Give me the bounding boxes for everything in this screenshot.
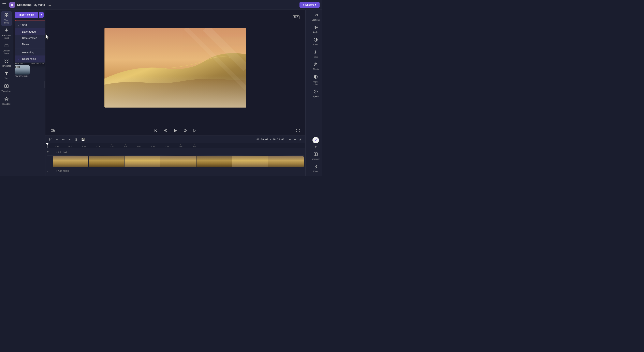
app-name: Clipchamp <box>17 3 32 6</box>
right-collapse-button[interactable]: › <box>305 10 309 176</box>
help-icon: ? <box>314 138 317 142</box>
sort-label-date-added: Date added <box>22 30 36 33</box>
export-arrow-icon: ↑ <box>303 3 304 6</box>
import-media-button[interactable]: Import media <box>14 12 38 18</box>
audio-label: Audio <box>313 31 318 34</box>
sidebar-item-your-media[interactable]: Your media <box>1 11 12 26</box>
your-media-icon <box>4 13 9 18</box>
text-track-label: T <box>47 151 52 154</box>
video-clip-1[interactable] <box>53 156 88 167</box>
sidebar-item-brand-kit[interactable]: Brand kit <box>1 95 12 107</box>
svg-line-39 <box>50 139 50 139</box>
sidebar-item-text[interactable]: T Text <box>1 70 12 81</box>
right-panel-captions[interactable]: Captions <box>310 11 322 23</box>
sort-option-name[interactable]: Name <box>15 41 46 47</box>
zoom-in-button[interactable]: + <box>293 137 297 142</box>
fade-icon <box>314 38 318 43</box>
video-clip-4[interactable] <box>160 156 196 167</box>
add-audio-button[interactable]: ＋ + Add audio <box>53 169 69 173</box>
sort-label-date-created: Date created <box>22 36 37 39</box>
add-audio-icon: ＋ <box>53 169 55 173</box>
video-clip-6[interactable] <box>232 156 268 167</box>
text-label: Text <box>4 77 8 80</box>
sidebar-item-record-create[interactable]: Record &create <box>1 26 12 41</box>
import-media-chevron[interactable]: ▾ <box>39 12 44 18</box>
media-thumb-7[interactable]: 0:30 <box>14 65 30 75</box>
redo-button[interactable]: ↪ <box>61 137 66 142</box>
audio-track-content[interactable]: ＋ + Add audio <box>53 168 304 174</box>
sort-check-descending: ✓ <box>18 57 21 60</box>
right-panel-effects[interactable]: Effects <box>310 61 322 72</box>
ruler-mark-0:40: 0:40 <box>179 144 182 148</box>
app-logo <box>9 2 15 8</box>
help-button[interactable]: ? <box>312 137 319 143</box>
text-track-content[interactable]: ＋ + Add text <box>53 149 304 155</box>
video-track-row <box>47 156 304 168</box>
zoom-controls: − + ⤢ <box>288 137 303 142</box>
rewind-button[interactable] <box>162 127 169 134</box>
right-panel-speed[interactable]: Speed <box>310 88 322 99</box>
video-clip-7[interactable] <box>268 156 304 167</box>
skip-forward-icon <box>193 129 197 133</box>
video-preview-area: 16:9 <box>46 10 305 126</box>
delete-button[interactable]: 🗑 <box>74 137 79 142</box>
add-text-button[interactable]: ＋ + Add text <box>53 151 67 154</box>
fade-label: Fade <box>313 43 318 46</box>
svg-rect-2 <box>6 13 8 15</box>
right-sidebar: Captions Audio <box>309 10 322 176</box>
right-panel-filters[interactable]: Filters <box>310 48 322 60</box>
svg-point-36 <box>49 140 50 140</box>
zoom-out-button[interactable]: − <box>288 137 292 142</box>
cut-icon <box>49 138 52 141</box>
right-panel-transition[interactable]: Transition <box>310 151 322 162</box>
project-title[interactable]: My video <box>34 3 45 6</box>
captions-toggle-button[interactable] <box>50 127 56 134</box>
sidebar-item-transitions[interactable]: Transitions <box>1 82 12 94</box>
skip-back-button[interactable] <box>153 127 159 134</box>
templates-label: Templates <box>2 65 11 67</box>
captions-label: Captions <box>312 19 320 21</box>
right-panel-color[interactable]: Color <box>310 163 322 175</box>
sidebar-item-templates[interactable]: Templates <box>1 57 12 69</box>
video-clip-2[interactable] <box>88 156 124 167</box>
svg-rect-3 <box>5 15 6 17</box>
panel-collapse-button[interactable]: ‹ <box>44 81 46 88</box>
split-button[interactable]: ✂ <box>67 137 72 142</box>
right-panel-adjust-colors[interactable]: Adjustcolors <box>310 73 322 87</box>
svg-rect-12 <box>5 59 6 60</box>
sidebar-item-content-library[interactable]: Contentlibrary <box>1 42 12 56</box>
sort-option-date-added[interactable]: ✓ Date added <box>15 28 46 35</box>
sort-check-date-added: ✓ <box>18 30 21 33</box>
fast-forward-button[interactable] <box>182 127 188 134</box>
export-button[interactable]: ↑ Export ▾ <box>300 2 320 8</box>
play-pause-button[interactable] <box>172 127 179 134</box>
fit-timeline-button[interactable]: ⤢ <box>298 137 303 142</box>
chevron-down-button[interactable]: ▾ <box>314 144 317 150</box>
right-panel-audio[interactable]: Audio <box>310 24 322 35</box>
effects-label: Effects <box>312 68 318 71</box>
brand-kit-icon <box>4 97 9 102</box>
sort-option-descending[interactable]: ✓ Descending <box>15 55 46 62</box>
media-item-7[interactable]: 0:30 View of mountai... <box>14 65 30 77</box>
captions-icon <box>314 13 318 18</box>
record-create-icon <box>4 28 9 34</box>
video-clip-3[interactable] <box>124 156 160 167</box>
sort-option-ascending[interactable]: Ascending <box>15 49 46 55</box>
brand-kit-label: Brand kit <box>2 103 10 105</box>
skip-forward-button[interactable] <box>192 127 198 134</box>
your-media-label: Your media <box>2 19 11 24</box>
right-panel-fade[interactable]: Fade <box>310 36 322 48</box>
cloud-save-icon: ☁ <box>48 3 52 7</box>
skip-back-icon <box>154 129 158 133</box>
transition-icon <box>314 152 318 157</box>
menu-button[interactable] <box>2 2 7 7</box>
undo-button[interactable]: ↩ <box>55 137 60 142</box>
sort-option-date-created[interactable]: Date created <box>15 35 46 41</box>
timeline-cut-to-playhead[interactable] <box>48 137 53 142</box>
left-sidebar: Your media Record &create Contentlibrary <box>0 10 13 176</box>
fullscreen-button[interactable] <box>295 127 301 134</box>
save-button[interactable]: 💾 <box>80 137 86 142</box>
video-clips-container[interactable] <box>53 156 304 167</box>
video-clip-5[interactable] <box>196 156 232 167</box>
timeline-toolbar: ↩ ↪ ✂ 🗑 💾 00:00.00 / 00:23.06 − + ⤢ <box>46 136 305 143</box>
